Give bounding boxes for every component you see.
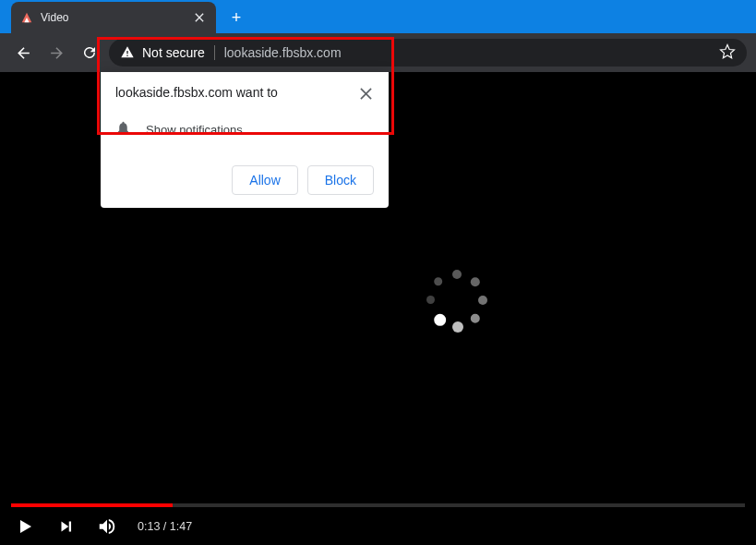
warning-icon [120,45,135,60]
svg-rect-3 [126,55,127,56]
window-titlebar: Video + [0,0,756,33]
separator [214,45,215,60]
video-controls: 0:13 / 1:47 [0,503,756,545]
address-bar[interactable]: Not secure lookaside.fbsbx.com [109,39,747,67]
permission-item-label: Show notifications [146,123,243,137]
security-label: Not secure [142,45,205,60]
permission-dialog: lookaside.fbsbx.com want to Show notific… [101,72,389,208]
tab-title: Video [41,11,185,24]
play-button[interactable] [14,515,36,538]
security-status[interactable]: Not secure [120,45,205,60]
bell-icon [115,120,131,139]
video-timecode: 0:13 / 1:47 [138,520,192,533]
back-button[interactable] [9,39,37,67]
new-tab-button[interactable]: + [223,5,249,30]
permission-close-icon[interactable] [358,85,374,105]
page-content: lookaside.fbsbx.com want to Show notific… [0,72,756,545]
svg-rect-2 [126,51,127,54]
browser-toolbar: Not secure lookaside.fbsbx.com [0,33,756,72]
duration: 1:47 [170,520,192,533]
reload-button[interactable] [76,39,103,67]
allow-button[interactable]: Allow [232,165,297,195]
permission-origin: lookaside.fbsbx.com want to [115,85,278,100]
url-text: lookaside.fbsbx.com [224,45,710,60]
tab-close-icon[interactable] [192,10,207,25]
progress-fill [11,503,173,507]
tab-favicon [20,11,33,24]
volume-button[interactable] [97,516,117,537]
forward-button [42,39,70,67]
next-button[interactable] [56,516,77,537]
bookmark-star-icon[interactable] [719,43,736,63]
progress-track[interactable] [11,503,745,507]
block-button[interactable]: Block [307,165,374,195]
browser-tab[interactable]: Video [11,2,216,33]
current-time: 0:13 [138,520,160,533]
loading-spinner [421,264,495,338]
